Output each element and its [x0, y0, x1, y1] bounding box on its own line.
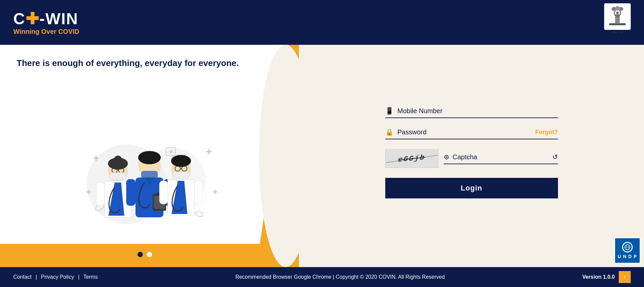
carousel-dot-3[interactable] [156, 252, 161, 257]
logo-subtitle: Winning Over COVID [13, 28, 79, 36]
forgot-link[interactable]: Forgot? [535, 129, 558, 136]
svg-rect-43 [126, 179, 136, 206]
footer-terms-link[interactable]: Terms [83, 274, 98, 280]
svg-text:✚: ✚ [206, 148, 212, 156]
header: C✚-WIN Winning Over COVID [0, 0, 644, 45]
mobile-input[interactable] [398, 107, 558, 115]
footer-divider-2: | [78, 274, 79, 280]
svg-point-11 [613, 7, 615, 9]
carousel-dot-1[interactable] [138, 252, 143, 257]
right-panel: 📱 🔒 Forgot? cGGjb ⊛ ↺ [299, 45, 644, 267]
hero-tagline: There is enough of everything, everyday … [17, 58, 239, 68]
left-panel: There is enough of everything, everyday … [0, 45, 299, 267]
svg-point-23 [195, 210, 204, 217]
mobile-field-container: 📱 [385, 107, 558, 118]
logo-title: C✚-WIN [13, 9, 79, 28]
svg-point-55 [176, 155, 186, 162]
logo-win: -WIN [40, 10, 78, 28]
captcha-input-container: ⊛ ↺ [444, 153, 558, 164]
svg-point-13 [616, 7, 618, 9]
svg-text:✚: ✚ [213, 189, 218, 195]
svg-rect-36 [96, 182, 105, 206]
svg-rect-53 [173, 172, 189, 179]
svg-rect-29 [110, 173, 126, 180]
footer: Contact | Privacy Policy | Terms Recomme… [0, 267, 644, 287]
carousel-dots [138, 252, 161, 257]
emblem-image [604, 3, 631, 30]
emblem: सत्यमेव जयते [604, 3, 631, 35]
captcha-image: cGGjb [385, 149, 438, 168]
logo-plus-icon: ✚ [26, 10, 40, 28]
footer-privacy-link[interactable]: Privacy Policy [41, 274, 74, 280]
captcha-row: cGGjb ⊛ ↺ [385, 149, 558, 168]
main-content: There is enough of everything, everyday … [0, 45, 644, 267]
captcha-text: cGGjb [398, 153, 425, 164]
login-button[interactable]: Login [385, 178, 558, 198]
hero-illustration: ✚ ✚ ✚ ✚ ✚ ♥ [66, 128, 232, 241]
captcha-refresh-button[interactable]: ↺ [552, 153, 558, 161]
mobile-icon: 📱 [385, 107, 394, 115]
svg-rect-61 [194, 181, 203, 204]
carousel-dot-2[interactable] [147, 252, 152, 257]
footer-contact-link[interactable]: Contact [13, 274, 32, 280]
undp-text: U N D P [618, 254, 637, 259]
captcha-icon: ⊛ [444, 153, 449, 161]
svg-point-40 [138, 151, 161, 164]
version-text: Version 1.0.0 [582, 274, 615, 280]
footer-version: Version 1.0.0 ↑ [582, 271, 631, 283]
footer-links: Contact | Privacy Policy | Terms [13, 274, 98, 280]
footer-divider-1: | [36, 274, 37, 280]
password-input[interactable] [398, 128, 531, 136]
undp-globe-icon [622, 242, 633, 252]
lock-icon: 🔒 [385, 128, 394, 136]
password-field-container: 🔒 Forgot? [385, 128, 558, 139]
logo-container: C✚-WIN Winning Over COVID [13, 9, 79, 36]
svg-text:✚: ✚ [86, 189, 91, 195]
login-form: 📱 🔒 Forgot? cGGjb ⊛ ↺ [385, 107, 558, 205]
svg-point-31 [114, 156, 122, 164]
scroll-top-button[interactable]: ↑ [619, 271, 631, 283]
captcha-input[interactable] [453, 153, 549, 161]
svg-text:✚: ✚ [169, 149, 173, 155]
emblem-text: सत्यमेव जयते [611, 31, 623, 35]
logo-co: C [13, 10, 26, 28]
svg-point-12 [620, 7, 622, 9]
undp-logo: U N D P [614, 237, 641, 264]
footer-copyright: Recommended Browser Google Chrome | Copy… [235, 274, 445, 280]
svg-rect-60 [159, 181, 168, 204]
svg-text:✚: ✚ [93, 154, 99, 163]
